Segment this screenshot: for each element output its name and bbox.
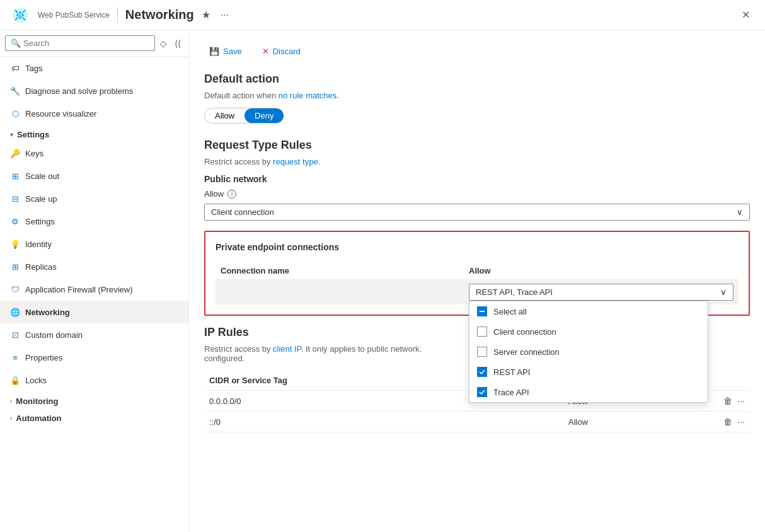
service-name: Web PubSub Service xyxy=(38,11,110,20)
locks-icon: 🔒 xyxy=(10,375,20,385)
rest-api-checkbox xyxy=(477,367,487,377)
more-row-button[interactable]: ··· xyxy=(737,417,745,427)
chevron-right-icon: › xyxy=(10,398,12,405)
delete-row-button[interactable]: 🗑 xyxy=(723,417,732,427)
pe-dropdown-item-client-connection[interactable]: Client connection xyxy=(469,321,708,342)
header-divider xyxy=(117,8,118,23)
replicas-icon: ⊞ xyxy=(10,262,20,272)
sidebar-item-identity[interactable]: 💡 Identity xyxy=(0,233,188,255)
sidebar-item-settings[interactable]: ⚙ Settings xyxy=(0,210,188,233)
properties-icon: ≡ xyxy=(10,352,20,362)
more-row-button[interactable]: ··· xyxy=(737,396,745,406)
request-type-desc: Restrict access by request type. xyxy=(204,157,750,166)
sidebar-item-replicas[interactable]: ⊞ Replicas xyxy=(0,255,188,278)
identity-icon: 💡 xyxy=(10,239,20,249)
settings-icon: ⚙ xyxy=(10,216,20,226)
discard-icon: ✕ xyxy=(262,47,269,56)
search-input-container: 🔍 xyxy=(5,35,155,51)
sidebar-section-settings[interactable]: ▾ Settings xyxy=(0,125,188,142)
sidebar-pin-button[interactable]: ◇ xyxy=(158,36,170,51)
sidebar-item-scale-up[interactable]: ⊟ Scale up xyxy=(0,187,188,210)
scale-out-icon: ⊞ xyxy=(10,171,20,181)
pe-col-allow-header: Allow xyxy=(469,266,733,275)
pe-dropdown-item-server-connection[interactable]: Server connection xyxy=(469,342,708,362)
pe-dropdown-item-rest-api[interactable]: REST API xyxy=(469,362,708,382)
scale-up-icon: ⊟ xyxy=(10,194,20,204)
trace-api-label: Trace API xyxy=(493,388,529,397)
sidebar-item-label: Scale up xyxy=(25,194,57,204)
section-label: Automation xyxy=(16,413,61,423)
pe-dropdown-value: REST API, Trace API xyxy=(476,287,553,297)
request-type-rules-section: Request Type Rules Restrict access by re… xyxy=(204,139,750,221)
public-network-dropdown-value: Client connection xyxy=(211,207,274,217)
save-icon: 💾 xyxy=(209,47,219,56)
client-ip-link[interactable]: client IP xyxy=(273,344,301,354)
close-button[interactable]: ✕ xyxy=(737,6,755,23)
public-network-dropdown[interactable]: Client connection ∨ xyxy=(204,204,750,221)
sidebar-item-scale-out[interactable]: ⊞ Scale out xyxy=(0,165,188,187)
favorite-button[interactable]: ★ xyxy=(199,6,213,23)
sidebar-item-label: Locks xyxy=(25,376,47,385)
domain-icon: ⊡ xyxy=(10,330,20,340)
client-connection-checkbox xyxy=(477,327,487,337)
sidebar-item-keys[interactable]: 🔑 Keys xyxy=(0,142,188,165)
delete-row-button[interactable]: 🗑 xyxy=(723,396,732,406)
request-type-link[interactable]: request type. xyxy=(273,157,320,166)
allow-deny-toggle: Allow Deny xyxy=(204,108,284,124)
sidebar-item-app-firewall[interactable]: 🛡 Application Firewall (Preview) xyxy=(0,278,188,301)
sidebar-item-label: Keys xyxy=(25,149,43,158)
sidebar-collapse-button[interactable]: ⟨⟨ xyxy=(172,36,183,51)
more-options-button[interactable]: ··· xyxy=(218,7,231,23)
sidebar-item-label: Identity xyxy=(25,240,52,249)
allow-label-row: Allow i xyxy=(204,189,750,199)
section-label: Monitoring xyxy=(16,396,58,406)
sidebar-item-label: Application Firewall (Preview) xyxy=(25,285,133,294)
sidebar-item-label: Diagnose and solve problems xyxy=(25,86,133,96)
pe-allow-dropdown-container: REST API, Trace API ∨ Select all xyxy=(469,284,733,301)
private-endpoint-section: Private endpoint connections Connection … xyxy=(204,231,750,316)
pe-dropdown-item-select-all[interactable]: Select all xyxy=(469,301,708,321)
section-label: Settings xyxy=(17,130,49,139)
allow-toggle-button[interactable]: Allow xyxy=(205,108,244,123)
key-icon: 🔑 xyxy=(10,148,20,158)
pe-dropdown-item-trace-api[interactable]: Trace API xyxy=(469,382,708,402)
svg-point-2 xyxy=(18,13,23,18)
deny-toggle-button[interactable]: Deny xyxy=(244,108,284,123)
pe-allow-dropdown[interactable]: REST API, Trace API ∨ xyxy=(469,284,733,301)
select-all-label: Select all xyxy=(493,307,527,316)
sidebar-item-custom-domain[interactable]: ⊡ Custom domain xyxy=(0,323,188,346)
ip-cidr-value: ::/0 xyxy=(209,417,568,427)
save-button[interactable]: 💾 Save xyxy=(204,43,247,60)
sidebar-item-properties[interactable]: ≡ Properties xyxy=(0,346,188,369)
svg-rect-3 xyxy=(480,311,485,312)
no-rule-matches-link[interactable]: no rule matches. xyxy=(279,91,339,100)
sidebar-search-row: 🔍 ◇ ⟨⟨ xyxy=(0,30,188,57)
discard-label: Discard xyxy=(273,47,301,56)
sidebar-section-automation[interactable]: › Automation xyxy=(0,408,188,425)
server-connection-checkbox xyxy=(477,347,487,357)
discard-button[interactable]: ✕ Discard xyxy=(257,43,306,60)
sidebar-section-monitoring[interactable]: › Monitoring xyxy=(0,391,188,408)
chevron-down-icon: ▾ xyxy=(10,131,13,138)
page-title: Networking xyxy=(125,8,194,22)
sidebar-item-tags[interactable]: 🏷 Tags xyxy=(0,57,188,79)
server-connection-label: Server connection xyxy=(493,347,560,357)
sidebar-item-networking[interactable]: 🌐 Networking xyxy=(0,301,188,323)
ip-table-row: ::/0 Allow 🗑 ··· xyxy=(204,412,750,432)
pe-title: Private endpoint connections xyxy=(216,242,739,252)
sidebar-item-diagnose[interactable]: 🔧 Diagnose and solve problems xyxy=(0,79,188,102)
sidebar-item-resource-visualizer[interactable]: ⬡ Resource visualizer xyxy=(0,102,188,125)
network-icon: ⬡ xyxy=(10,108,20,119)
pe-table-row: REST API, Trace API ∨ Select all xyxy=(216,280,739,304)
search-icon: 🔍 xyxy=(11,38,21,48)
wrench-icon: 🔧 xyxy=(10,86,20,96)
allow-text: Allow xyxy=(204,189,224,199)
pe-table-header: Connection name Allow xyxy=(216,262,739,280)
default-action-title: Default action xyxy=(204,72,750,86)
pe-col-name-header: Connection name xyxy=(221,266,469,275)
sidebar-item-locks[interactable]: 🔒 Locks xyxy=(0,369,188,391)
sidebar-item-label: Resource visualizer xyxy=(25,109,96,119)
search-input[interactable] xyxy=(23,38,149,48)
select-all-checkbox xyxy=(477,306,487,316)
networking-icon: 🌐 xyxy=(10,307,20,317)
